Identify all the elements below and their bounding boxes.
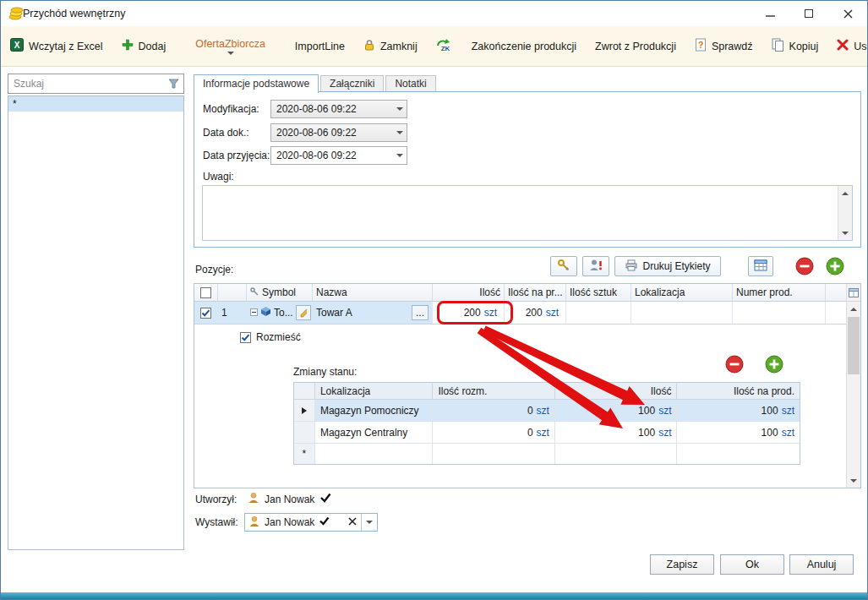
row-ilosc-sztuk-cell[interactable] <box>566 302 631 324</box>
close-button[interactable] <box>828 1 867 26</box>
zamknij-button[interactable]: Zamknij <box>354 26 427 66</box>
remove-row-button[interactable] <box>795 257 814 275</box>
import-line-button[interactable]: ImportLine <box>286 26 354 66</box>
check-icon <box>319 516 330 528</box>
row-numer-prod-cell[interactable] <box>733 302 826 324</box>
zk-transfer-button[interactable]: ZK <box>427 26 462 66</box>
tab-informacje-podstawowe[interactable]: Informacje podstawowe <box>194 74 319 93</box>
wystawil-row: Wystawił: Jan Nowak <box>195 513 378 532</box>
column-numer-prod[interactable]: Numer prod. <box>733 284 826 301</box>
list-item-star[interactable]: * <box>8 96 183 112</box>
stock-table: Lokalizacja Ilość rozm. Ilość Ilość na p… <box>293 382 800 465</box>
uwagi-scrollbar[interactable] <box>838 186 852 240</box>
row-number: 1 <box>218 302 247 324</box>
window-title: Przychód wewnętrzny <box>23 8 126 19</box>
table-row[interactable]: Magazyn Pomocniczy 0szt 100szt 100szt <box>294 400 800 422</box>
tab-notatki[interactable]: Notatki <box>385 75 435 92</box>
grid-header: Symbol Nazwa Ilość Ilość na pr... Ilość … <box>194 284 860 302</box>
column-row-number[interactable] <box>218 284 247 301</box>
ilosc-value: 200 <box>464 307 481 319</box>
column-nazwa[interactable]: Nazwa <box>313 284 433 301</box>
vertical-scrollbar[interactable] <box>846 284 860 488</box>
row-ilosc-cell[interactable]: 200szt <box>433 302 505 324</box>
row-nazwa-cell[interactable]: Towar A ... <box>313 302 433 324</box>
column-lokalizacja[interactable]: Lokalizacja <box>315 383 434 399</box>
row-expander-icon[interactable] <box>250 307 258 319</box>
data-przyjecia-combobox[interactable]: 2020-08-06 09:22 <box>270 146 407 165</box>
clear-x-icon[interactable] <box>348 516 357 528</box>
search-input[interactable] <box>8 75 164 92</box>
row-symbol-cell[interactable]: To... <box>247 302 313 324</box>
production-end-button[interactable]: Zakończenie produkcji <box>462 26 586 66</box>
scroll-down-icon[interactable] <box>842 232 849 235</box>
add-row-button[interactable] <box>826 257 844 275</box>
modyfikacja-combobox[interactable]: 2020-08-06 09:22 <box>270 100 407 118</box>
production-return-button[interactable]: Zwrot z Produkcji <box>586 26 685 66</box>
dropdown-arrow-button[interactable] <box>361 514 377 531</box>
row-lokalizacja-cell[interactable] <box>631 302 733 324</box>
table-row[interactable]: Magazyn Centralny 0szt 100szt 100szt <box>294 422 800 444</box>
detail-add-button[interactable] <box>765 355 783 374</box>
symbol-text: To... <box>274 307 293 319</box>
column-chooser-button[interactable] <box>847 284 860 302</box>
ok-button[interactable]: Ok <box>720 554 784 575</box>
cell-ilosc[interactable]: 100szt <box>555 400 678 421</box>
keys-button[interactable] <box>550 256 577 276</box>
scrollbar-thumb[interactable] <box>848 317 860 374</box>
detail-remove-button[interactable] <box>725 355 744 374</box>
ellipsis-button[interactable]: ... <box>412 305 429 320</box>
rozmiesc-checkbox[interactable]: Rozmieść <box>240 331 301 343</box>
maximize-button[interactable] <box>789 1 828 26</box>
excel-load-button[interactable]: X Wczytaj z Excel <box>1 26 112 66</box>
cell-lokalizacja[interactable]: Magazyn Centralny <box>315 422 434 443</box>
cell-ilosc-na-prod[interactable]: 100szt <box>677 400 800 421</box>
table-row[interactable]: 1 To... Towar A ... 200szt 200szt <box>194 302 860 325</box>
dropdown-arrow-icon <box>396 107 403 111</box>
column-lokalizacja[interactable]: Lokalizacja <box>631 284 733 301</box>
item-list[interactable]: * <box>8 95 184 550</box>
column-symbol[interactable]: Symbol <box>247 284 313 301</box>
scroll-up-icon[interactable] <box>842 192 849 195</box>
pozycje-label: Pozycje: <box>195 264 233 275</box>
cell-ilosc[interactable]: 100szt <box>555 422 678 443</box>
cancel-button[interactable]: Anuluj <box>789 554 854 575</box>
symbol-header-icon <box>250 286 259 298</box>
scroll-down-icon[interactable] <box>850 479 857 483</box>
row-checkbox[interactable] <box>194 302 218 324</box>
add-button[interactable]: Dodaj <box>112 26 176 66</box>
column-ilosc[interactable]: Ilość <box>555 383 678 399</box>
tab-strip: Informacje podstawowe Załączniki Notatki <box>194 74 436 92</box>
column-ilosc-rozm[interactable]: Ilość rozm. <box>433 383 555 399</box>
plus-circle-icon <box>826 257 844 275</box>
column-ilosc-na-pr[interactable]: Ilość na pr... <box>505 284 566 301</box>
edit-pencil-button[interactable] <box>296 305 311 320</box>
scroll-up-icon[interactable] <box>850 308 857 311</box>
column-ilosc-na-prod[interactable]: Ilość na prod. <box>677 383 800 399</box>
oferta-zbiorcza-button[interactable]: OfertaZbiorcza <box>175 26 286 66</box>
uwagi-field <box>202 185 853 241</box>
filter-funnel-icon[interactable] <box>168 79 179 89</box>
dropdown-caret-icon <box>227 52 234 55</box>
column-ilosc-sztuk[interactable]: Ilość sztuk <box>566 284 631 301</box>
delete-button[interactable]: Usuń <box>827 26 868 66</box>
person-alert-button[interactable] <box>582 256 609 276</box>
row-ilosc-na-pr-cell[interactable]: 200szt <box>505 302 566 324</box>
header-checkbox[interactable] <box>194 284 218 301</box>
drukuj-etykiety-button[interactable]: Drukuj Etykiety <box>614 256 721 276</box>
column-ilosc[interactable]: Ilość <box>433 284 505 301</box>
lock-icon <box>363 39 375 53</box>
wystawil-combobox[interactable]: Jan Nowak <box>244 513 378 532</box>
cell-lokalizacja[interactable]: Magazyn Pomocniczy <box>315 400 434 421</box>
tab-zalaczniki[interactable]: Załączniki <box>320 75 384 92</box>
cell-ilosc-rozm[interactable]: 0szt <box>433 400 555 421</box>
check-button[interactable]: ? Sprawdź <box>685 26 762 66</box>
grid-settings-button[interactable] <box>748 256 773 276</box>
uwagi-textarea[interactable] <box>203 186 838 240</box>
cell-ilosc-rozm[interactable]: 0szt <box>433 422 555 443</box>
save-button[interactable]: Zapisz <box>650 554 714 575</box>
minimize-button[interactable] <box>751 1 789 26</box>
data-dok-combobox[interactable]: 2020-08-06 09:22 <box>270 123 407 142</box>
copy-button[interactable]: Kopiuj <box>762 26 828 66</box>
cell-ilosc-na-prod[interactable]: 100szt <box>677 422 800 443</box>
new-row[interactable]: * <box>294 444 800 464</box>
